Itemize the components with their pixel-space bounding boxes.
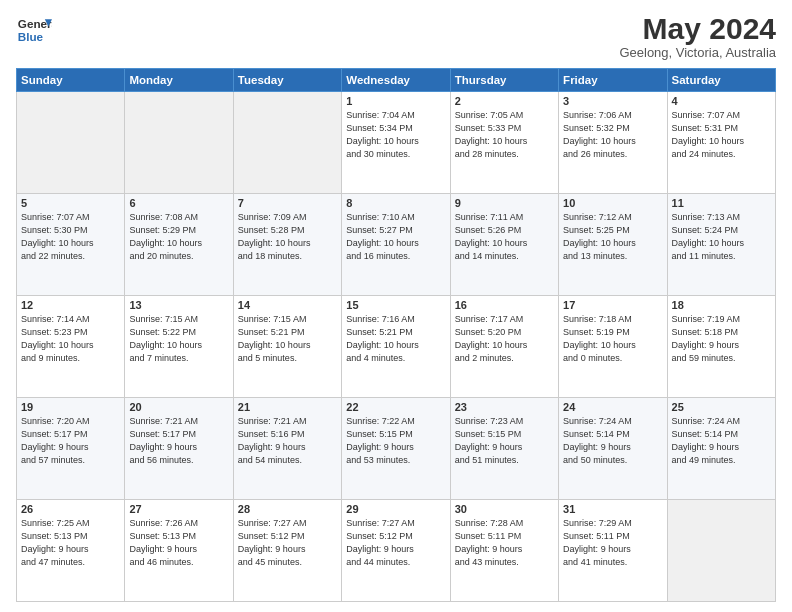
day-number: 4 bbox=[672, 95, 771, 107]
day-number: 24 bbox=[563, 401, 662, 413]
calendar-cell: 28Sunrise: 7:27 AM Sunset: 5:12 PM Dayli… bbox=[233, 500, 341, 602]
day-info: Sunrise: 7:18 AM Sunset: 5:19 PM Dayligh… bbox=[563, 313, 662, 365]
day-number: 3 bbox=[563, 95, 662, 107]
calendar-cell bbox=[667, 500, 775, 602]
subtitle: Geelong, Victoria, Australia bbox=[619, 45, 776, 60]
day-number: 27 bbox=[129, 503, 228, 515]
day-info: Sunrise: 7:10 AM Sunset: 5:27 PM Dayligh… bbox=[346, 211, 445, 263]
day-number: 20 bbox=[129, 401, 228, 413]
day-info: Sunrise: 7:28 AM Sunset: 5:11 PM Dayligh… bbox=[455, 517, 554, 569]
calendar-cell: 17Sunrise: 7:18 AM Sunset: 5:19 PM Dayli… bbox=[559, 296, 667, 398]
calendar-cell: 12Sunrise: 7:14 AM Sunset: 5:23 PM Dayli… bbox=[17, 296, 125, 398]
day-number: 12 bbox=[21, 299, 120, 311]
calendar-header-row: SundayMondayTuesdayWednesdayThursdayFrid… bbox=[17, 69, 776, 92]
calendar-cell: 20Sunrise: 7:21 AM Sunset: 5:17 PM Dayli… bbox=[125, 398, 233, 500]
calendar-cell: 24Sunrise: 7:24 AM Sunset: 5:14 PM Dayli… bbox=[559, 398, 667, 500]
day-of-week-header: Thursday bbox=[450, 69, 558, 92]
day-number: 23 bbox=[455, 401, 554, 413]
calendar-cell: 13Sunrise: 7:15 AM Sunset: 5:22 PM Dayli… bbox=[125, 296, 233, 398]
day-number: 15 bbox=[346, 299, 445, 311]
day-info: Sunrise: 7:07 AM Sunset: 5:31 PM Dayligh… bbox=[672, 109, 771, 161]
day-number: 8 bbox=[346, 197, 445, 209]
day-number: 21 bbox=[238, 401, 337, 413]
day-info: Sunrise: 7:27 AM Sunset: 5:12 PM Dayligh… bbox=[238, 517, 337, 569]
day-info: Sunrise: 7:09 AM Sunset: 5:28 PM Dayligh… bbox=[238, 211, 337, 263]
day-info: Sunrise: 7:11 AM Sunset: 5:26 PM Dayligh… bbox=[455, 211, 554, 263]
logo-icon: General Blue bbox=[16, 12, 52, 48]
header: General Blue May 2024 Geelong, Victoria,… bbox=[16, 12, 776, 60]
day-info: Sunrise: 7:26 AM Sunset: 5:13 PM Dayligh… bbox=[129, 517, 228, 569]
calendar-cell: 31Sunrise: 7:29 AM Sunset: 5:11 PM Dayli… bbox=[559, 500, 667, 602]
day-of-week-header: Friday bbox=[559, 69, 667, 92]
day-number: 18 bbox=[672, 299, 771, 311]
day-info: Sunrise: 7:16 AM Sunset: 5:21 PM Dayligh… bbox=[346, 313, 445, 365]
day-number: 30 bbox=[455, 503, 554, 515]
calendar-week-row: 12Sunrise: 7:14 AM Sunset: 5:23 PM Dayli… bbox=[17, 296, 776, 398]
day-number: 25 bbox=[672, 401, 771, 413]
calendar-cell: 11Sunrise: 7:13 AM Sunset: 5:24 PM Dayli… bbox=[667, 194, 775, 296]
calendar-table: SundayMondayTuesdayWednesdayThursdayFrid… bbox=[16, 68, 776, 602]
calendar-cell: 25Sunrise: 7:24 AM Sunset: 5:14 PM Dayli… bbox=[667, 398, 775, 500]
day-info: Sunrise: 7:21 AM Sunset: 5:17 PM Dayligh… bbox=[129, 415, 228, 467]
day-number: 14 bbox=[238, 299, 337, 311]
day-number: 13 bbox=[129, 299, 228, 311]
calendar-cell bbox=[233, 92, 341, 194]
calendar-cell: 6Sunrise: 7:08 AM Sunset: 5:29 PM Daylig… bbox=[125, 194, 233, 296]
day-info: Sunrise: 7:08 AM Sunset: 5:29 PM Dayligh… bbox=[129, 211, 228, 263]
day-number: 16 bbox=[455, 299, 554, 311]
calendar-week-row: 19Sunrise: 7:20 AM Sunset: 5:17 PM Dayli… bbox=[17, 398, 776, 500]
day-of-week-header: Sunday bbox=[17, 69, 125, 92]
calendar-cell: 26Sunrise: 7:25 AM Sunset: 5:13 PM Dayli… bbox=[17, 500, 125, 602]
calendar-cell: 22Sunrise: 7:22 AM Sunset: 5:15 PM Dayli… bbox=[342, 398, 450, 500]
day-info: Sunrise: 7:29 AM Sunset: 5:11 PM Dayligh… bbox=[563, 517, 662, 569]
calendar-cell: 15Sunrise: 7:16 AM Sunset: 5:21 PM Dayli… bbox=[342, 296, 450, 398]
day-number: 17 bbox=[563, 299, 662, 311]
day-info: Sunrise: 7:04 AM Sunset: 5:34 PM Dayligh… bbox=[346, 109, 445, 161]
day-info: Sunrise: 7:20 AM Sunset: 5:17 PM Dayligh… bbox=[21, 415, 120, 467]
calendar-cell: 1Sunrise: 7:04 AM Sunset: 5:34 PM Daylig… bbox=[342, 92, 450, 194]
day-info: Sunrise: 7:06 AM Sunset: 5:32 PM Dayligh… bbox=[563, 109, 662, 161]
calendar-cell: 16Sunrise: 7:17 AM Sunset: 5:20 PM Dayli… bbox=[450, 296, 558, 398]
calendar-cell: 8Sunrise: 7:10 AM Sunset: 5:27 PM Daylig… bbox=[342, 194, 450, 296]
day-info: Sunrise: 7:21 AM Sunset: 5:16 PM Dayligh… bbox=[238, 415, 337, 467]
day-number: 9 bbox=[455, 197, 554, 209]
day-number: 19 bbox=[21, 401, 120, 413]
day-info: Sunrise: 7:19 AM Sunset: 5:18 PM Dayligh… bbox=[672, 313, 771, 365]
calendar-cell: 18Sunrise: 7:19 AM Sunset: 5:18 PM Dayli… bbox=[667, 296, 775, 398]
calendar-cell: 30Sunrise: 7:28 AM Sunset: 5:11 PM Dayli… bbox=[450, 500, 558, 602]
calendar-cell: 2Sunrise: 7:05 AM Sunset: 5:33 PM Daylig… bbox=[450, 92, 558, 194]
calendar-cell bbox=[125, 92, 233, 194]
calendar-cell: 27Sunrise: 7:26 AM Sunset: 5:13 PM Dayli… bbox=[125, 500, 233, 602]
day-info: Sunrise: 7:25 AM Sunset: 5:13 PM Dayligh… bbox=[21, 517, 120, 569]
day-info: Sunrise: 7:23 AM Sunset: 5:15 PM Dayligh… bbox=[455, 415, 554, 467]
day-number: 10 bbox=[563, 197, 662, 209]
day-info: Sunrise: 7:12 AM Sunset: 5:25 PM Dayligh… bbox=[563, 211, 662, 263]
day-info: Sunrise: 7:05 AM Sunset: 5:33 PM Dayligh… bbox=[455, 109, 554, 161]
day-of-week-header: Wednesday bbox=[342, 69, 450, 92]
calendar-cell bbox=[17, 92, 125, 194]
calendar-cell: 10Sunrise: 7:12 AM Sunset: 5:25 PM Dayli… bbox=[559, 194, 667, 296]
calendar-cell: 3Sunrise: 7:06 AM Sunset: 5:32 PM Daylig… bbox=[559, 92, 667, 194]
day-info: Sunrise: 7:15 AM Sunset: 5:21 PM Dayligh… bbox=[238, 313, 337, 365]
day-info: Sunrise: 7:17 AM Sunset: 5:20 PM Dayligh… bbox=[455, 313, 554, 365]
day-info: Sunrise: 7:07 AM Sunset: 5:30 PM Dayligh… bbox=[21, 211, 120, 263]
calendar-week-row: 26Sunrise: 7:25 AM Sunset: 5:13 PM Dayli… bbox=[17, 500, 776, 602]
day-info: Sunrise: 7:15 AM Sunset: 5:22 PM Dayligh… bbox=[129, 313, 228, 365]
day-number: 11 bbox=[672, 197, 771, 209]
page: General Blue May 2024 Geelong, Victoria,… bbox=[0, 0, 792, 612]
day-number: 26 bbox=[21, 503, 120, 515]
day-number: 31 bbox=[563, 503, 662, 515]
calendar-cell: 4Sunrise: 7:07 AM Sunset: 5:31 PM Daylig… bbox=[667, 92, 775, 194]
calendar-week-row: 5Sunrise: 7:07 AM Sunset: 5:30 PM Daylig… bbox=[17, 194, 776, 296]
day-of-week-header: Saturday bbox=[667, 69, 775, 92]
day-of-week-header: Monday bbox=[125, 69, 233, 92]
svg-text:General: General bbox=[18, 17, 52, 30]
logo: General Blue bbox=[16, 12, 52, 48]
calendar-cell: 5Sunrise: 7:07 AM Sunset: 5:30 PM Daylig… bbox=[17, 194, 125, 296]
day-number: 5 bbox=[21, 197, 120, 209]
day-number: 22 bbox=[346, 401, 445, 413]
day-number: 7 bbox=[238, 197, 337, 209]
calendar-cell: 21Sunrise: 7:21 AM Sunset: 5:16 PM Dayli… bbox=[233, 398, 341, 500]
day-number: 2 bbox=[455, 95, 554, 107]
day-info: Sunrise: 7:22 AM Sunset: 5:15 PM Dayligh… bbox=[346, 415, 445, 467]
